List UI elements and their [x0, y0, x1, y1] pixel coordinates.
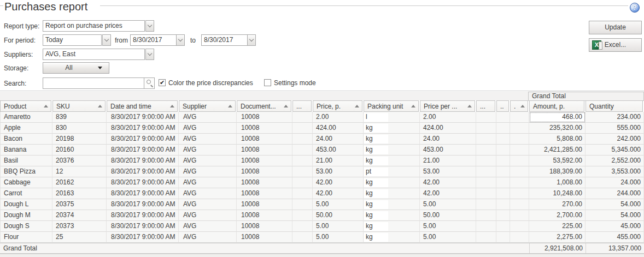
cell-empty[interactable]: [476, 177, 496, 188]
cell-datetime[interactable]: 8/30/2017 9:00:00 AM: [107, 199, 179, 210]
cell-price-per[interactable]: 424.00: [420, 123, 476, 134]
cell-empty[interactable]: [292, 221, 313, 232]
cell-empty[interactable]: [292, 145, 313, 156]
cell-empty[interactable]: [476, 145, 496, 156]
cell-empty[interactable]: [292, 156, 313, 166]
column-header-document[interactable]: Document...: [237, 100, 291, 112]
cell-empty[interactable]: [510, 166, 529, 177]
cell-empty[interactable]: [476, 123, 496, 134]
cell-sku[interactable]: 20375: [52, 199, 107, 210]
cell-packing-unit[interactable]: kg: [364, 134, 420, 145]
cell-product[interactable]: Flour: [0, 232, 52, 243]
column-header-price-per[interactable]: Price per ...: [420, 100, 475, 112]
cell-price[interactable]: 424.00: [313, 123, 364, 134]
cell-empty[interactable]: [292, 112, 313, 123]
cell-empty[interactable]: [496, 221, 510, 232]
cell-empty[interactable]: [292, 134, 313, 145]
cell-document[interactable]: 10008: [237, 145, 292, 156]
cell-sku[interactable]: 20198: [52, 134, 107, 145]
cell-empty[interactable]: [510, 145, 529, 156]
cell-sku[interactable]: 20160: [52, 145, 107, 156]
cell-document[interactable]: 10008: [237, 199, 292, 210]
column-header-dots[interactable]: ...: [292, 100, 312, 112]
cell-price[interactable]: 42.00: [313, 188, 364, 199]
cell-price-per[interactable]: 42.00: [420, 177, 476, 188]
cell-empty[interactable]: [292, 210, 313, 221]
cell-price[interactable]: 5.00: [313, 232, 364, 243]
cell-empty[interactable]: [292, 177, 313, 188]
cell-price[interactable]: 53.00: [313, 166, 364, 177]
cell-datetime[interactable]: 8/30/2017 9:00:00 AM: [107, 177, 179, 188]
cell-price-per[interactable]: 5.00: [420, 221, 476, 232]
cell-empty[interactable]: [496, 145, 510, 156]
cell-empty[interactable]: [510, 156, 529, 166]
cell-packing-unit[interactable]: kg: [364, 123, 420, 134]
report-type-combo[interactable]: Report on purchase prices: [43, 20, 145, 32]
cell-document[interactable]: 10008: [237, 210, 292, 221]
cell-sku[interactable]: 20162: [52, 177, 107, 188]
cell-quantity[interactable]: 234.000: [586, 112, 644, 123]
storage-dropdown[interactable]: All: [43, 62, 109, 74]
cell-document[interactable]: 10008: [237, 156, 292, 166]
cell-datetime[interactable]: 8/30/2017 9:00:00 AM: [107, 112, 179, 123]
column-header-dots[interactable]: .: [510, 100, 528, 112]
cell-supplier[interactable]: AVG: [179, 134, 237, 145]
excel-button[interactable]: X Excel...: [589, 38, 642, 52]
horizontal-scrollbar[interactable]: [0, 254, 644, 257]
search-input[interactable]: [43, 78, 144, 88]
cell-amount[interactable]: 2,421,285.00: [529, 145, 586, 156]
cell-price[interactable]: 2.00: [313, 112, 364, 123]
cell-product[interactable]: Dough M: [0, 210, 52, 221]
column-header-sku[interactable]: SKU: [52, 100, 106, 112]
cell-empty[interactable]: [292, 188, 313, 199]
cell-empty[interactable]: [496, 166, 510, 177]
settings-mode-checkbox[interactable]: [264, 79, 271, 86]
cell-datetime[interactable]: 8/30/2017 9:00:00 AM: [107, 123, 179, 134]
cell-amount[interactable]: 270.00: [529, 199, 586, 210]
column-header-date-and-time[interactable]: Date and time: [107, 100, 178, 112]
cell-product[interactable]: BBQ Pizza: [0, 166, 52, 177]
cell-price[interactable]: 24.00: [313, 134, 364, 145]
cell-empty[interactable]: [292, 166, 313, 177]
cell-quantity[interactable]: 455.000: [586, 232, 644, 243]
cell-quantity[interactable]: 2,552.000: [586, 156, 644, 166]
cell-empty[interactable]: [292, 199, 313, 210]
cell-empty[interactable]: [496, 134, 510, 145]
cell-quantity[interactable]: 54.000: [586, 199, 644, 210]
cell-empty[interactable]: [292, 123, 313, 134]
cell-amount[interactable]: 53,592.00: [529, 156, 586, 166]
cell-price-per[interactable]: 453.00: [420, 145, 476, 156]
cell-product[interactable]: Banana: [0, 145, 52, 156]
suppliers-combo[interactable]: AVG, East: [43, 49, 145, 60]
cell-empty[interactable]: [496, 156, 510, 166]
cell-quantity[interactable]: 3,553.000: [586, 166, 644, 177]
cell-quantity[interactable]: 555.000: [586, 123, 644, 134]
cell-amount[interactable]: 2,275.00: [529, 232, 586, 243]
update-button[interactable]: Update: [589, 21, 642, 34]
cell-empty[interactable]: [476, 134, 496, 145]
column-header-amount-p[interactable]: Amount, p.: [529, 100, 584, 112]
cell-price-per[interactable]: 5.00: [420, 199, 476, 210]
cell-empty[interactable]: [510, 199, 529, 210]
cell-product[interactable]: Amaretto: [0, 112, 52, 123]
cell-empty[interactable]: [496, 188, 510, 199]
cell-price[interactable]: 5.00: [313, 221, 364, 232]
cell-price[interactable]: 21.00: [313, 156, 364, 166]
cell-empty[interactable]: [496, 210, 510, 221]
search-button[interactable]: [144, 78, 154, 88]
column-header-price-p[interactable]: Price, p.: [313, 100, 362, 112]
cell-packing-unit[interactable]: kg: [364, 156, 420, 166]
cell-packing-unit[interactable]: kg: [364, 199, 420, 210]
cell-sku[interactable]: 839: [52, 112, 107, 123]
cell-packing-unit[interactable]: kg: [364, 145, 420, 156]
cell-supplier[interactable]: AVG: [179, 232, 237, 243]
cell-document[interactable]: 10008: [237, 123, 292, 134]
cell-amount[interactable]: 468.00: [529, 112, 586, 123]
cell-datetime[interactable]: 8/30/2017 9:00:00 AM: [107, 188, 179, 199]
cell-empty[interactable]: [496, 177, 510, 188]
cell-packing-unit[interactable]: pt: [364, 166, 420, 177]
cell-empty[interactable]: [496, 199, 510, 210]
cell-document[interactable]: 10008: [237, 188, 292, 199]
cell-product[interactable]: Basil: [0, 156, 52, 166]
date-from-dropdown-button[interactable]: [176, 35, 184, 45]
